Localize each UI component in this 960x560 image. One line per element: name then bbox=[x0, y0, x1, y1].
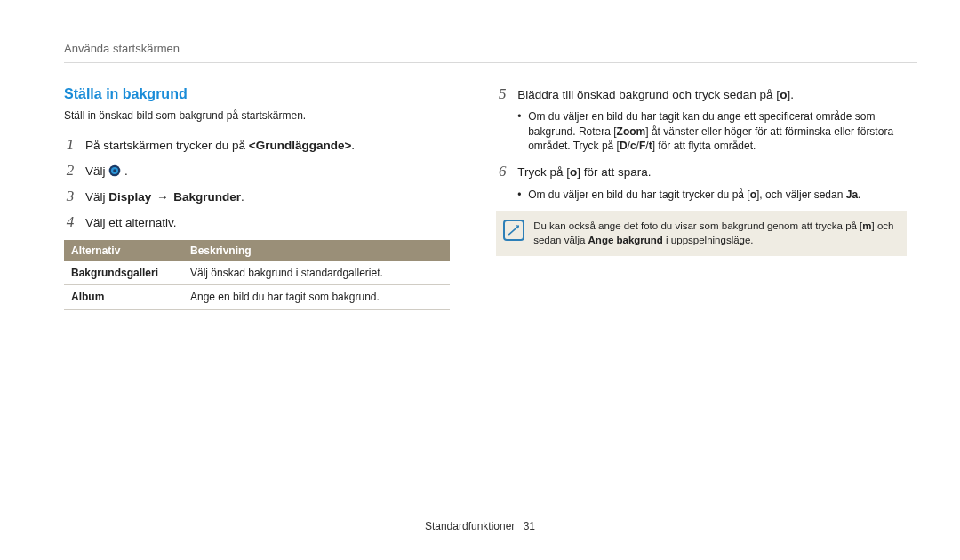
step-number: 3 bbox=[64, 187, 76, 207]
table-row: Album Ange en bild du har tagit som bakg… bbox=[64, 285, 450, 309]
section-title: Ställa in bakgrund bbox=[64, 84, 450, 104]
arrow-icon: → bbox=[156, 190, 169, 204]
zoom-label: Zoom bbox=[617, 125, 646, 138]
step-text-pre: Välj bbox=[85, 164, 108, 178]
table-cell: Välj önskad bakgrund i standardgalleriet… bbox=[183, 261, 450, 285]
step-text: Välj ett alternativ. bbox=[85, 215, 450, 231]
content-columns: Ställa in bakgrund Ställ in önskad bild … bbox=[64, 84, 907, 310]
step-text-pre: Välj bbox=[85, 190, 108, 204]
disp-button-label: D bbox=[620, 140, 628, 152]
step-text: Välj . bbox=[85, 164, 450, 180]
manual-page: Använda startskärmen Ställa in bakgrund … bbox=[0, 0, 960, 560]
table-row: Bakgrundsgalleri Välj önskad bakgrund i … bbox=[64, 261, 450, 285]
menu-button-label: m bbox=[862, 220, 871, 231]
step-text-post: . bbox=[351, 139, 355, 152]
step-text: Tryck på [o] för att spara. bbox=[517, 164, 907, 180]
step-number: 4 bbox=[64, 212, 76, 233]
step-text: Välj Display → Bakgrunder. bbox=[85, 189, 450, 205]
ja-label: Ja bbox=[846, 188, 858, 201]
breadcrumb: Använda startskärmen bbox=[64, 41, 907, 57]
down-button-icon: c bbox=[630, 140, 636, 152]
step-text-strong: Display bbox=[108, 190, 151, 204]
column-right: 5 Bläddra till önskad bakgrund och tryck… bbox=[496, 84, 907, 310]
note-icon bbox=[503, 220, 524, 241]
step-3: 3 Välj Display → Bakgrunder. bbox=[64, 187, 450, 207]
bullet-text: . bbox=[858, 188, 860, 201]
svg-point-2 bbox=[113, 169, 116, 172]
table-header: Beskrivning bbox=[183, 240, 450, 261]
table-cell: Bakgrundsgalleri bbox=[64, 261, 183, 285]
options-table: Alternativ Beskrivning Bakgrundsgalleri … bbox=[64, 240, 450, 310]
step-5: 5 Bläddra till önskad bakgrund och tryck… bbox=[496, 84, 907, 105]
step-2: 2 Välj . bbox=[64, 161, 450, 181]
page-number: 31 bbox=[524, 520, 535, 532]
table-cell: Ange en bild du har tagit som bakgrund. bbox=[183, 285, 450, 309]
step-6: 6 Tryck på [o] för att spara. bbox=[496, 162, 907, 182]
footer-label: Standardfunktioner bbox=[425, 520, 515, 532]
bullet-text: Om du väljer en bild du har tagit trycke… bbox=[528, 188, 749, 201]
step-number: 6 bbox=[496, 162, 508, 182]
step-text-post: ]. bbox=[787, 88, 794, 101]
step-text-pre: På startskärmen trycker du på bbox=[85, 139, 249, 152]
step-text-post: ] för att spara. bbox=[577, 165, 651, 179]
note-text-pre: Du kan också ange det foto du visar som … bbox=[533, 220, 862, 231]
step-1: 1 På startskärmen trycker du på <Grundlä… bbox=[64, 135, 450, 156]
step-number: 2 bbox=[64, 161, 76, 181]
step-6-bullets: Om du väljer en bild du har tagit trycke… bbox=[517, 188, 907, 202]
step-number: 5 bbox=[496, 84, 508, 105]
table-cell: Album bbox=[64, 285, 183, 309]
note-text: Du kan också ange det foto du visar som … bbox=[533, 220, 896, 247]
note-box: Du kan också ange det foto du visar som … bbox=[496, 211, 907, 256]
list-item: Om du väljer en bild du har tagit trycke… bbox=[517, 188, 907, 202]
step-text-strong: Bakgrunder bbox=[173, 190, 241, 204]
table-header: Alternativ bbox=[64, 240, 183, 261]
step-text: Bläddra till önskad bakgrund och tryck s… bbox=[517, 87, 907, 103]
note-text-strong: Ange bakgrund bbox=[588, 235, 663, 245]
note-text-post: i uppspelningsläge. bbox=[663, 235, 754, 245]
intro-paragraph: Ställ in önskad bild som bakgrund på sta… bbox=[64, 108, 450, 123]
divider bbox=[64, 62, 917, 63]
step-5-bullets: Om du väljer en bild du har tagit kan du… bbox=[517, 109, 907, 153]
page-footer: Standardfunktioner 31 bbox=[0, 519, 960, 533]
step-text-pre: Bläddra till önskad bakgrund och tryck s… bbox=[517, 88, 780, 101]
wheel-icon bbox=[108, 164, 121, 177]
step-text: På startskärmen trycker du på <Grundlägg… bbox=[85, 138, 450, 154]
step-4: 4 Välj ett alternativ. bbox=[64, 212, 450, 233]
ok-button-label: o bbox=[570, 165, 577, 179]
step-text-pre: Tryck på [ bbox=[517, 165, 570, 179]
step-number: 1 bbox=[64, 135, 76, 156]
list-item: Om du väljer en bild du har tagit kan du… bbox=[517, 109, 907, 153]
bullet-text: ] för att flytta området. bbox=[652, 140, 756, 152]
column-left: Ställa in bakgrund Ställ in önskad bild … bbox=[64, 84, 450, 310]
ok-button-label: o bbox=[750, 188, 756, 201]
step-text-strong: <Grundläggande> bbox=[249, 139, 352, 152]
step-text-post: . bbox=[241, 190, 244, 204]
bullet-text: ], och väljer sedan bbox=[756, 188, 846, 201]
table-header-row: Alternativ Beskrivning bbox=[64, 240, 450, 261]
